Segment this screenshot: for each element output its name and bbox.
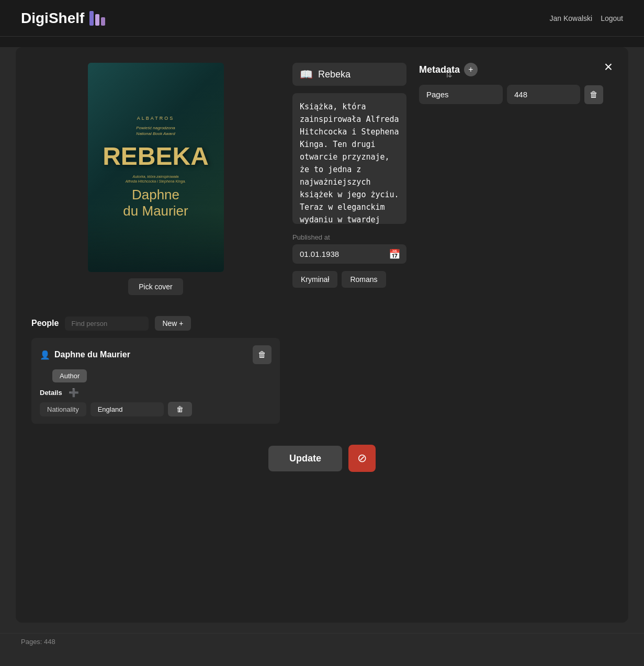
book-icon: 📖 xyxy=(300,68,313,81)
trash-icon: 🗑 xyxy=(258,350,266,359)
metadata-key-0[interactable] xyxy=(419,85,503,104)
delete-nationality-button[interactable]: 🗑 xyxy=(168,402,192,416)
delete-book-button[interactable]: ⊘ xyxy=(348,445,376,472)
brand: DigiShelf xyxy=(21,10,105,27)
left-column: ALBATROS Powieść nagrodzonaNational Book… xyxy=(31,63,280,424)
cover-author-note: Autorka, która zainspirowałaAlfreda Hitc… xyxy=(103,174,209,184)
details-add-button[interactable]: ➕ xyxy=(66,388,81,398)
person-name-row: 👤 Daphne du Maurier xyxy=(40,350,130,360)
find-person-input[interactable] xyxy=(65,317,149,331)
plus-icon: ➕ xyxy=(69,388,79,397)
add-metadata-button[interactable]: + xyxy=(464,63,478,76)
metadata-header: Metadata + xyxy=(419,63,613,76)
delete-icon: ⊘ xyxy=(357,451,367,465)
pick-cover-button[interactable]: Pick cover xyxy=(128,278,183,295)
delete-metadata-button-0[interactable]: 🗑 xyxy=(584,85,603,104)
nationality-input[interactable] xyxy=(91,402,164,416)
cover-author: Daphnedu Maurier xyxy=(103,187,209,219)
nationality-label: Nationality xyxy=(40,402,86,416)
role-row: Author xyxy=(40,369,272,388)
page-background: × ALBATROS Powieść nagrodzonaNational Bo… xyxy=(0,47,644,666)
details-row: Details ➕ xyxy=(40,388,272,398)
brand-bar-2 xyxy=(95,14,99,26)
footer-bar: Pages: 448 xyxy=(0,633,644,650)
book-layout: ALBATROS Powieść nagrodzonaNational Book… xyxy=(31,63,613,424)
new-person-button[interactable]: New + xyxy=(155,316,190,331)
date-wrapper: 📅 xyxy=(292,244,406,264)
brand-bar-1 xyxy=(89,11,94,26)
metadata-row-0: 🗑 xyxy=(419,85,613,104)
cover-title: REBEKA xyxy=(103,144,209,169)
book-cover: ALBATROS Powieść nagrodzonaNational Book… xyxy=(88,63,224,272)
person-card: 👤 Daphne du Maurier 🗑 Author Details xyxy=(31,338,280,424)
trash-small-icon: 🗑 xyxy=(176,405,184,413)
modal-close-button[interactable]: × xyxy=(599,58,618,76)
delete-person-button[interactable]: 🗑 xyxy=(253,345,272,364)
person-name: Daphne du Maurier xyxy=(54,350,130,359)
book-title-bar: 📖 ⇅ xyxy=(292,63,406,86)
cover-publisher: ALBATROS xyxy=(103,116,209,121)
role-badge[interactable]: Author xyxy=(52,369,87,382)
published-label: Published at xyxy=(292,233,406,241)
bottom-actions: Update ⊘ xyxy=(31,445,613,482)
person-icon: 👤 xyxy=(40,350,50,360)
logout-button[interactable]: Logout xyxy=(601,14,623,22)
brand-bar-3 xyxy=(101,17,105,26)
brand-icon xyxy=(89,11,105,26)
people-section: People New + 👤 Daphne du Maurier � xyxy=(31,316,280,424)
calendar-icon: 📅 xyxy=(389,249,400,260)
navbar-right: Jan Kowalski Logout xyxy=(549,14,623,22)
book-edit-modal: × ALBATROS Powieść nagrodzonaNational Bo… xyxy=(16,47,628,623)
genre-tag-romans[interactable]: Romans xyxy=(342,271,386,288)
center-column: 📖 ⇅ Książka, która zainspirowała Alfreda… xyxy=(292,63,406,288)
metadata-title: Metadata xyxy=(419,64,460,75)
book-description-textarea[interactable]: Książka, która zainspirowała Alfreda Hit… xyxy=(292,93,406,224)
genre-tags: Kryminał Romans xyxy=(292,271,406,288)
brand-text: DigiShelf xyxy=(21,10,84,27)
nationality-row: Nationality 🗑 xyxy=(40,402,272,416)
date-input-row: 📅 xyxy=(292,244,406,264)
footer-status: Pages: 448 xyxy=(21,638,55,646)
username: Jan Kowalski xyxy=(549,14,592,22)
cover-award-text: Powieść nagrodzonaNational Book Award xyxy=(103,125,209,137)
right-column: Metadata + 🗑 xyxy=(419,63,613,104)
person-card-header: 👤 Daphne du Maurier 🗑 xyxy=(40,345,272,364)
update-button[interactable]: Update xyxy=(268,446,342,471)
metadata-value-0[interactable] xyxy=(507,85,580,104)
people-header: People New + xyxy=(31,316,280,331)
genre-tag-kryminał[interactable]: Kryminał xyxy=(292,271,337,288)
navbar: DigiShelf Jan Kowalski Logout xyxy=(0,0,644,37)
people-label: People xyxy=(31,319,59,328)
trash-meta-icon: 🗑 xyxy=(590,90,598,99)
cover-content: ALBATROS Powieść nagrodzonaNational Book… xyxy=(92,105,219,230)
details-label: Details xyxy=(40,389,62,397)
